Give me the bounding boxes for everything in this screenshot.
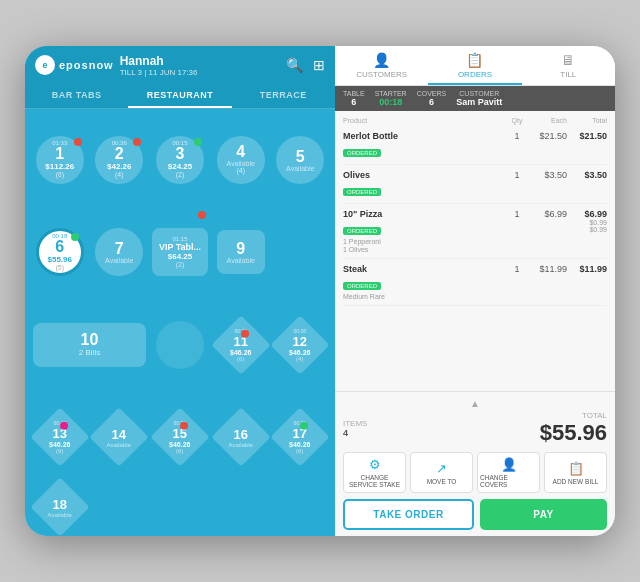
col-headers: Product Qty Each Total	[343, 115, 607, 126]
dot-green-17	[301, 422, 309, 430]
tab-till[interactable]: 🖥 TILL	[522, 46, 615, 85]
change-service-stake-button[interactable]: ⚙ CHANGESERVICE STAKE	[343, 452, 406, 493]
table-cell-7: 7 Available	[93, 209, 147, 295]
header-starter: STARTER 00:18	[375, 90, 407, 107]
dot-green-6	[71, 233, 79, 241]
till-icon: 🖥	[561, 52, 575, 68]
table-14[interactable]: 14 Available	[90, 407, 149, 466]
table-10[interactable]: 10 2 Bills	[33, 323, 146, 367]
table-cell-vip: 01:15 VIP Tabl... $64.25 (2)	[152, 209, 208, 295]
user-info: Hannah TILL 3 | 11 JUN 17:36	[120, 54, 198, 77]
take-order-button[interactable]: TAKE ORDER	[343, 499, 474, 530]
table-cell-12: 00:28 12 $46.26 (4)	[274, 302, 328, 388]
table-cell-17: 00:38 17 $46.26 (6)	[274, 394, 328, 480]
dot-green-3	[194, 138, 202, 146]
covers-icon: 👤	[501, 457, 517, 472]
dot-red-11	[241, 330, 249, 338]
left-panel: e eposnow Hannah TILL 3 | 11 JUN 17:36 🔍…	[25, 46, 335, 536]
dot-red-vip	[198, 211, 206, 219]
table-cell-14: 14 Available	[93, 394, 147, 480]
table-cell-empty1	[152, 302, 208, 388]
table-13[interactable]: 00:40 13 $46.26 (9)	[30, 407, 89, 466]
search-icon[interactable]: 🔍	[286, 57, 303, 73]
tables-grid: 01:33 1 $112.26 (6) 00:36 2 $42.26 (4)	[25, 109, 335, 536]
table-cell-15: 00:28 15 $46.26 (6)	[152, 394, 208, 480]
table-vip[interactable]: 01:15 VIP Tabl... $64.25 (2)	[152, 228, 208, 276]
tab-customers[interactable]: 👤 CUSTOMERS	[335, 46, 428, 85]
table-11[interactable]: 00:28 11 $46.26 (6)	[211, 315, 270, 374]
customers-icon: 👤	[373, 52, 390, 68]
table-cell-10: 10 2 Bills	[33, 302, 146, 388]
table-9[interactable]: 9 Available	[217, 230, 265, 274]
header-customer: CUSTOMER Sam Pavitt	[456, 90, 502, 107]
table-7[interactable]: 7 Available	[95, 228, 143, 276]
order-item-olives[interactable]: Olives ORDERED 1 $3.50 $3.50	[343, 165, 607, 204]
order-item-merlot[interactable]: Merlot Bottle ORDERED 1 $21.50 $21.50	[343, 126, 607, 165]
table-18[interactable]: 18 Available	[30, 477, 89, 536]
table-6[interactable]: 00:18 6 $55.96 (5)	[36, 228, 84, 276]
header-covers: COVERS 6	[417, 90, 447, 107]
top-icons: 🔍 ⊞	[286, 57, 325, 73]
table-16[interactable]: 16 Available	[211, 407, 270, 466]
table-cell-9: 9 Available	[214, 209, 268, 295]
table-4[interactable]: 4 Available (4)	[217, 136, 265, 184]
order-item-steak[interactable]: Steak ORDERED Medium Rare 1 $11.99 $11.9…	[343, 259, 607, 306]
right-panel: 👤 CUSTOMERS 📋 ORDERS 🖥 TILL TABLE 6	[335, 46, 615, 536]
logo-icon: e	[35, 55, 55, 75]
table-5[interactable]: 5 Available	[276, 136, 324, 184]
user-name: Hannah	[120, 54, 198, 68]
logo: e eposnow	[35, 55, 114, 75]
move-icon: ↗	[436, 461, 447, 476]
dot-red-15	[181, 422, 189, 430]
totals-row: ITEMS 4 TOTAL $55.96	[343, 411, 607, 446]
orders-icon: 📋	[466, 52, 483, 68]
chevron-up-icon[interactable]: ▲	[343, 398, 607, 409]
user-sub: TILL 3 | 11 JUN 17:36	[120, 68, 198, 77]
table-cell-11: 00:28 11 $46.26 (6)	[214, 302, 268, 388]
order-item-pizza[interactable]: 10" Pizza ORDERED 1 Pepperoni 1 Olives 1…	[343, 204, 607, 259]
table-cell-2: 00:36 2 $42.26 (4)	[93, 117, 147, 203]
table-1[interactable]: 01:33 1 $112.26 (6)	[36, 136, 84, 184]
dot-pink-13	[60, 422, 68, 430]
order-footer: ▲ ITEMS 4 TOTAL $55.96 ⚙ CHANGESERVI	[335, 391, 615, 536]
bottom-buttons: TAKE ORDER PAY	[343, 499, 607, 530]
table-cell-4: 4 Available (4)	[214, 117, 268, 203]
table-cell-1: 01:33 1 $112.26 (6)	[33, 117, 87, 203]
right-tabs: 👤 CUSTOMERS 📋 ORDERS 🖥 TILL	[335, 46, 615, 86]
add-bill-icon: 📋	[568, 461, 584, 476]
table-3[interactable]: 00:15 3 $24.25 (2)	[156, 136, 204, 184]
table-cell-6: 00:18 6 $55.96 (5)	[33, 209, 87, 295]
pay-button[interactable]: PAY	[480, 499, 607, 530]
table-12[interactable]: 00:28 12 $46.26 (4)	[271, 315, 330, 374]
tab-restaurant[interactable]: RESTAURANT	[128, 84, 231, 108]
dot-red-2	[133, 138, 141, 146]
tab-orders[interactable]: 📋 ORDERS	[428, 46, 521, 85]
table-cell-5: 5 Available	[274, 117, 328, 203]
header-table: TABLE 6	[343, 90, 365, 107]
tab-bar-tabs[interactable]: BAR TABS	[25, 84, 128, 108]
change-covers-button[interactable]: 👤 CHANGE COVERS	[477, 452, 540, 493]
add-new-bill-button[interactable]: 📋 ADD NEW BILL	[544, 452, 607, 493]
table-2[interactable]: 00:36 2 $42.26 (4)	[95, 136, 143, 184]
order-header: TABLE 6 STARTER 00:18 COVERS 6 CUSTOMER …	[335, 86, 615, 111]
service-icon: ⚙	[369, 457, 381, 472]
table-cell-18: 18 Available	[33, 486, 87, 528]
table-cell-13: 00:40 13 $46.26 (9)	[33, 394, 87, 480]
table-15[interactable]: 00:28 15 $46.26 (6)	[150, 407, 209, 466]
layout-icon[interactable]: ⊞	[313, 57, 325, 73]
tab-terrace[interactable]: TERRACE	[232, 84, 335, 108]
top-bar: e eposnow Hannah TILL 3 | 11 JUN 17:36 🔍…	[25, 46, 335, 84]
order-items-list: Product Qty Each Total Merlot Bottle ORD…	[335, 111, 615, 391]
table-cell-3: 00:15 3 $24.25 (2)	[152, 117, 208, 203]
table-cell-16: 16 Available	[214, 394, 268, 480]
move-to-button[interactable]: ↗ MOVE TO	[410, 452, 473, 493]
dot-red	[74, 138, 82, 146]
table-17[interactable]: 00:38 17 $46.26 (6)	[271, 407, 330, 466]
action-buttons-row: ⚙ CHANGESERVICE STAKE ↗ MOVE TO 👤 CHANGE…	[343, 452, 607, 493]
logo-text: eposnow	[59, 59, 114, 71]
nav-tabs: BAR TABS RESTAURANT TERRACE	[25, 84, 335, 109]
